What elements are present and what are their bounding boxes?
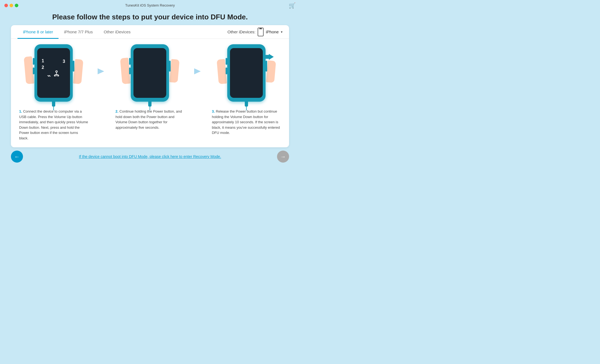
device-name: iPhone xyxy=(266,30,279,34)
traffic-lights xyxy=(4,4,18,7)
cable-2 xyxy=(150,107,150,110)
step-1-text: 1. Connect the device to computer via a … xyxy=(19,109,88,141)
side-btn-vol-up-2 xyxy=(129,58,131,65)
step-1-phone: 1 2 3 ⌁ xyxy=(32,44,75,104)
title-bar: TunesKit iOS System Recovery 🛒 xyxy=(0,0,300,11)
content-card: iPhone 8 or later iPhone 7/7 Plus Other … xyxy=(11,25,289,147)
step-2-phone xyxy=(128,44,172,104)
step-3-column: 3. Release the Power button but continue… xyxy=(212,44,281,136)
minimize-button[interactable] xyxy=(10,4,13,7)
side-btn-power-2 xyxy=(169,61,171,72)
phone-connector-2 xyxy=(148,102,152,107)
next-button[interactable]: → xyxy=(277,151,289,163)
svg-marker-5 xyxy=(98,68,104,74)
phone-connector-3 xyxy=(245,102,248,107)
phone-body-3 xyxy=(227,44,266,102)
back-button[interactable]: ← xyxy=(11,151,23,163)
svg-marker-6 xyxy=(194,68,201,74)
svg-point-4 xyxy=(57,75,59,76)
step-2-num: 2. xyxy=(115,109,118,113)
maximize-button[interactable] xyxy=(15,4,18,7)
phone-screen-3 xyxy=(230,48,263,98)
step-2-text: 2. Continue holding the Power button, an… xyxy=(115,109,184,130)
phone-screen-2 xyxy=(133,48,166,98)
device-icon xyxy=(258,28,264,36)
main-heading: Please follow the steps to put your devi… xyxy=(0,11,300,25)
phone-body-1: 1 2 3 ⌁ xyxy=(34,44,73,102)
phone-screen-1: 1 2 3 ⌁ xyxy=(37,48,70,98)
close-button[interactable] xyxy=(4,4,8,7)
cart-icon[interactable]: 🛒 xyxy=(289,2,296,9)
app-title: TunesKit iOS System Recovery xyxy=(125,3,175,7)
tab-iphone7[interactable]: iPhone 7/7 Plus xyxy=(59,25,98,39)
step-1-column: 1 2 3 ⌁ xyxy=(19,44,88,141)
step-3-text: 3. Release the Power button but continue… xyxy=(212,109,281,136)
side-btn-vol-dn-1 xyxy=(33,67,34,74)
steps-container: 1 2 3 ⌁ xyxy=(11,39,289,147)
side-btn-power-1 xyxy=(73,61,74,72)
side-btn-power-3 xyxy=(266,61,267,72)
step-3-phone xyxy=(225,44,268,104)
hand-right-2 xyxy=(170,59,180,83)
step-1-num: 1. xyxy=(19,109,22,113)
recovery-mode-link[interactable]: If the device cannot boot into DFU Mode,… xyxy=(79,154,221,159)
dropdown-arrow-icon[interactable]: ▾ xyxy=(281,30,282,34)
hand-right-3 xyxy=(266,60,276,83)
step1-number3: 3 xyxy=(63,59,65,64)
other-devices-label: Other iDevices: xyxy=(228,30,256,34)
release-arrow-icon xyxy=(265,54,274,61)
side-btn-vol-up-3 xyxy=(226,58,227,65)
phone-connector-1 xyxy=(52,102,55,107)
svg-point-3 xyxy=(54,75,55,76)
step-3-num: 3. xyxy=(212,109,215,113)
svg-marker-7 xyxy=(265,54,274,60)
svg-point-0 xyxy=(56,71,57,72)
step1-numbers: 1 2 xyxy=(42,58,44,71)
side-btn-vol-dn-2 xyxy=(129,67,131,74)
phone-body-2 xyxy=(131,44,169,102)
tabs-row: iPhone 8 or later iPhone 7/7 Plus Other … xyxy=(11,25,289,39)
other-devices-section: Other iDevices: iPhone ▾ xyxy=(228,28,282,36)
hand-right-1 xyxy=(73,59,83,84)
tab-iphone8[interactable]: iPhone 8 or later xyxy=(18,25,59,39)
side-btn-vol-dn-3 xyxy=(226,67,227,74)
tab-other[interactable]: Other iDevices xyxy=(98,25,136,39)
arrow-1 xyxy=(96,44,107,77)
arrow-2 xyxy=(193,44,204,77)
step-2-column: 2. Continue holding the Power button, an… xyxy=(115,44,184,130)
cable-1 xyxy=(53,107,54,110)
side-btn-vol-up-1 xyxy=(33,58,34,65)
cable-3 xyxy=(246,107,247,110)
usb-icon: ⌁ xyxy=(47,70,60,80)
footer: ← If the device cannot boot into DFU Mod… xyxy=(0,147,300,166)
